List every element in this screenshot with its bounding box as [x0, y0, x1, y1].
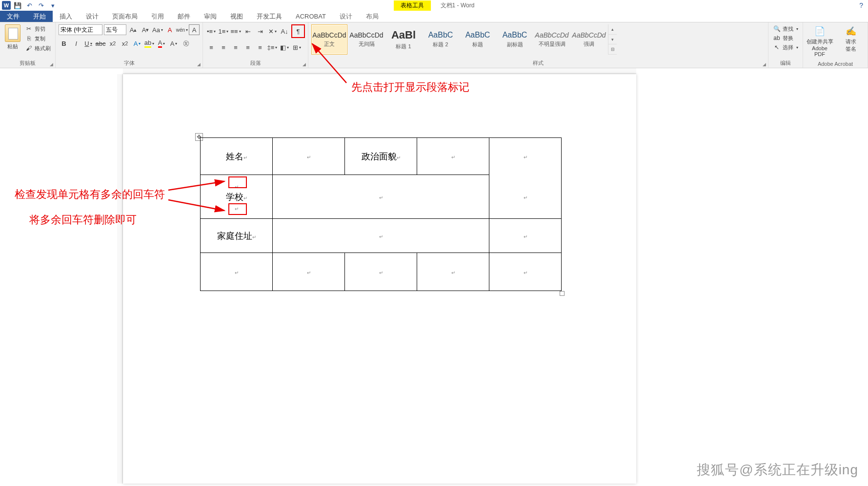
table-resize-handle[interactable] [560, 291, 565, 296]
tab-view[interactable]: 视图 [223, 11, 250, 22]
tab-acrobat[interactable]: ACROBAT [289, 11, 333, 22]
clear-formatting-button[interactable]: A [164, 24, 175, 35]
strikethrough-button[interactable]: abc [95, 38, 106, 49]
styles-gallery-more[interactable]: ▴▾⊟ [608, 24, 617, 55]
shading-button[interactable]: ◧ [279, 42, 290, 53]
qat-save-icon[interactable]: 💾 [13, 0, 22, 10]
style-title[interactable]: AaBbC 标题 [460, 24, 496, 55]
tab-mailings[interactable]: 邮件 [171, 11, 197, 22]
request-signature-button[interactable]: ✍ 请求 签名 [837, 24, 865, 53]
vertical-ruler[interactable] [117, 74, 123, 484]
group-paragraph: •≡ 1≡ ≡≡ ⇤ ⇥ ✕ A↓ ¶ ≡ ≡ ≡ ≡ ≡ ‡≡ ◧ ⊞ 段落◢ [203, 22, 308, 68]
style-subtle-emphasis[interactable]: AaBbCcDd 不明显强调 [534, 24, 570, 55]
group-editing-label: 编辑 [780, 60, 791, 66]
select-button[interactable]: ↖选择▾ [771, 43, 800, 52]
annotation-left2-text: 将多余回车符删除即可 [29, 213, 137, 227]
clipboard-launcher-icon[interactable]: ◢ [50, 62, 53, 67]
paragraph-mark-icon: ↵ [451, 270, 455, 275]
annotation-left1-text: 检查发现单元格有多余的回车符 [15, 187, 165, 202]
sort-button[interactable]: A↓ [279, 26, 290, 37]
tab-insert[interactable]: 插入 [53, 11, 79, 22]
group-styles: AaBbCcDd 正文 AaBbCcDd 无间隔 AaBl 标题 1 AaBbC… [308, 22, 768, 68]
tab-layout[interactable]: 页面布局 [105, 11, 144, 22]
bullets-button[interactable]: •≡ [206, 26, 217, 37]
qat-customize-icon[interactable]: ▾ [48, 0, 58, 10]
align-right-button[interactable]: ≡ [230, 42, 241, 53]
multilevel-list-button[interactable]: ≡≡ [230, 26, 241, 37]
tab-home[interactable]: 开始 [26, 11, 53, 22]
style-subtitle[interactable]: AaBbC 副标题 [497, 24, 533, 55]
style-no-spacing[interactable]: AaBbCcDd 无间隔 [348, 24, 384, 55]
tab-table-design[interactable]: 设计 [333, 11, 359, 22]
group-clipboard: 粘贴 ✂剪切 ⎘复制 🖌格式刷 剪贴板◢ [0, 22, 56, 68]
document-table[interactable]: 姓名↵ ↵ 政治面貌↵ ↵ ↵ ↵学校↵↵ ↵ ↵ 家庭住址↵ ↵ ↵ ↵ ↵ … [200, 137, 562, 291]
format-painter-button[interactable]: 🖌格式刷 [23, 44, 52, 53]
copy-button[interactable]: ⎘复制 [23, 34, 52, 43]
tab-references[interactable]: 引用 [144, 11, 171, 22]
replace-button[interactable]: ab替换 [771, 34, 795, 42]
cell-school-label: 学校 [226, 192, 243, 202]
shrink-font-button[interactable]: A▾ [140, 24, 151, 35]
cut-button[interactable]: ✂剪切 [23, 24, 52, 33]
tab-design[interactable]: 设计 [79, 11, 105, 22]
titlebar: W 💾 ↶ ↷ ▾ 表格工具 文档1 - Word ? [0, 0, 868, 11]
character-border-button[interactable]: A [189, 24, 200, 35]
asian-layout-button[interactable]: ✕ [267, 26, 278, 37]
grow-font-button[interactable]: A▴ [128, 24, 139, 35]
brush-icon: 🖌 [25, 44, 33, 52]
text-effects-button[interactable]: A [132, 38, 142, 49]
group-adobe-label: Adobe Acrobat [818, 61, 853, 67]
align-left-button[interactable]: ≡ [206, 42, 217, 53]
style-emphasis[interactable]: AaBbCcDd 强调 [571, 24, 607, 55]
subscript-button[interactable]: x2 [107, 38, 118, 49]
pdf-icon: 📄 [813, 24, 827, 38]
ribbon-tabs: 文件 开始 插入 设计 页面布局 引用 邮件 审阅 视图 开发工具 ACROBA… [0, 11, 868, 22]
underline-button[interactable]: U [83, 38, 94, 49]
signature-icon: ✍ [844, 24, 858, 38]
scissors-icon: ✂ [25, 25, 33, 33]
document-page[interactable]: ✥ 姓名↵ ↵ 政治面貌↵ ↵ ↵ ↵学校↵↵ ↵ ↵ 家庭住址↵ ↵ ↵ ↵ … [123, 74, 636, 484]
style-heading1[interactable]: AaBl 标题 1 [385, 24, 422, 55]
paragraph-mark-icon: ↵ [524, 155, 527, 160]
decrease-indent-button[interactable]: ⇤ [242, 26, 253, 37]
line-spacing-button[interactable]: ‡≡ [267, 42, 278, 53]
bold-button[interactable]: B [59, 38, 69, 49]
superscript-button[interactable]: x2 [120, 38, 130, 49]
create-share-pdf-button[interactable]: 📄 创建并共享 Adobe PDF [806, 24, 833, 57]
align-center-button[interactable]: ≡ [218, 42, 229, 53]
group-adobe: 📄 创建并共享 Adobe PDF ✍ 请求 签名 Adobe Acrobat [803, 22, 868, 68]
style-heading2[interactable]: AaBbC 标题 2 [423, 24, 459, 55]
tab-developer[interactable]: 开发工具 [250, 11, 289, 22]
numbering-button[interactable]: 1≡ [218, 26, 229, 37]
paragraph-mark-icon: ↵ [235, 270, 239, 275]
font-size-select[interactable] [104, 24, 126, 35]
help-icon[interactable]: ? [859, 1, 863, 9]
qat-undo-icon[interactable]: ↶ [24, 0, 34, 10]
qat-redo-icon[interactable]: ↷ [36, 0, 46, 10]
italic-button[interactable]: I [71, 38, 81, 49]
tab-table-layout[interactable]: 布局 [359, 11, 385, 22]
character-shading-button[interactable]: A [168, 38, 179, 49]
tab-file[interactable]: 文件 [0, 11, 26, 22]
justify-button[interactable]: ≡ [242, 42, 253, 53]
font-name-select[interactable] [59, 24, 102, 35]
distributed-button[interactable]: ≡ [255, 42, 265, 53]
horizontal-ruler[interactable] [123, 68, 636, 74]
style-normal[interactable]: AaBbCcDd 正文 [311, 24, 347, 55]
show-hide-button[interactable]: ¶ [293, 26, 303, 37]
change-case-button[interactable]: Aa [152, 24, 163, 35]
find-button[interactable]: 🔍查找▾ [771, 24, 800, 33]
font-color-button[interactable]: A [156, 38, 167, 49]
highlight-button[interactable]: ab [144, 38, 155, 49]
paragraph-mark-icon: ↵ [524, 270, 527, 275]
paragraph-launcher-icon[interactable]: ◢ [303, 62, 306, 67]
tab-review[interactable]: 审阅 [197, 11, 223, 22]
increase-indent-button[interactable]: ⇥ [255, 26, 265, 37]
table-tools-label: 表格工具 [394, 0, 431, 11]
font-launcher-icon[interactable]: ◢ [197, 62, 201, 67]
phonetic-guide-button[interactable]: wén [177, 24, 187, 35]
enclose-characters-button[interactable]: ㊛ [181, 38, 191, 49]
styles-launcher-icon[interactable]: ◢ [763, 62, 766, 67]
borders-button[interactable]: ⊞ [291, 42, 302, 53]
paste-button[interactable]: 粘贴 [3, 24, 22, 50]
